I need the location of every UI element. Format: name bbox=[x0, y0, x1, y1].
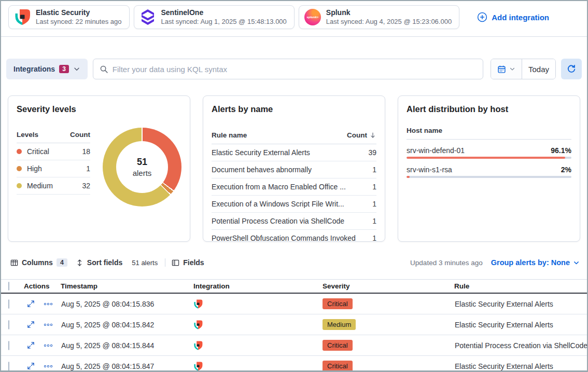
row-checkbox[interactable] bbox=[8, 299, 9, 309]
row-checkbox[interactable] bbox=[8, 341, 9, 350]
severity-levels-panel: Severity levels Levels Count Critical 1 bbox=[8, 95, 190, 242]
expand-icon bbox=[27, 321, 35, 328]
severity-badge: Critical bbox=[323, 340, 353, 351]
select-all-checkbox[interactable] bbox=[8, 282, 9, 291]
rule-count: 1 bbox=[372, 234, 376, 242]
severity-column-header: Severity bbox=[317, 282, 450, 290]
integration-last-synced: Last synced: 22 minutes ago bbox=[36, 18, 122, 26]
today-button[interactable]: Today bbox=[522, 59, 555, 79]
alerts-by-name-row: Elastic Security External Alerts 39 bbox=[212, 144, 376, 161]
rule-column-header: Rule bbox=[450, 282, 587, 290]
elastic-security-integration-icon bbox=[193, 341, 203, 350]
expand-alert-button[interactable] bbox=[22, 319, 39, 330]
expand-icon bbox=[27, 362, 35, 370]
more-actions-button[interactable] bbox=[39, 301, 57, 307]
donut-total: 51 bbox=[137, 156, 147, 168]
integration-card-elastic-security[interactable]: Elastic Security Last synced: 22 minutes… bbox=[8, 5, 130, 29]
more-actions-button[interactable] bbox=[39, 322, 57, 328]
integration-last-synced: Last synced: Aug 4, 2025 @ 15:23:06.000 bbox=[326, 18, 452, 26]
severity-dot-icon bbox=[17, 166, 22, 171]
severity-col-count: Count bbox=[70, 131, 90, 139]
rule-name: Potential Process Creation via ShellCode bbox=[212, 217, 344, 225]
integrations-count-badge: 3 bbox=[59, 65, 69, 73]
alert-row: Aug 5, 2025 @ 08:04:15.844 Critical Pote… bbox=[1, 335, 587, 356]
header-divider bbox=[1, 36, 587, 37]
sort-fields-label: Sort fields bbox=[87, 258, 122, 267]
kql-search-input[interactable] bbox=[113, 65, 477, 74]
kql-search-box bbox=[93, 59, 483, 79]
toolbar-divider bbox=[165, 258, 165, 267]
donut-center: 51 alerts bbox=[116, 141, 168, 193]
rule-count: 39 bbox=[368, 148, 376, 157]
refresh-button[interactable] bbox=[561, 59, 582, 79]
fields-icon bbox=[172, 259, 179, 267]
columns-label: Columns bbox=[22, 258, 53, 267]
host-name-column-header: Host name bbox=[407, 127, 571, 140]
sort-fields-button[interactable]: Sort fields bbox=[74, 258, 124, 267]
expand-alert-button[interactable] bbox=[22, 298, 39, 310]
host-bar-fill bbox=[407, 157, 565, 159]
columns-icon bbox=[10, 259, 18, 267]
elastic-security-integration-icon bbox=[193, 320, 203, 329]
severity-col-levels: Levels bbox=[17, 131, 38, 139]
host-name: srv-win-s1-rsa bbox=[407, 166, 452, 174]
alert-rule-name: Potential Process Creation via ShellCode bbox=[450, 341, 587, 350]
alert-count-text: 51 alerts bbox=[132, 259, 158, 267]
alert-rule-name: Elastic Security External Alerts bbox=[450, 300, 587, 308]
host-percentage: 2% bbox=[561, 166, 571, 174]
severity-badge: Critical bbox=[323, 361, 353, 371]
integration-card-splunk[interactable]: splunk> Splunk Last synced: Aug 4, 2025 … bbox=[299, 5, 459, 29]
severity-level-row: High 1 bbox=[17, 160, 90, 177]
date-picker-button[interactable] bbox=[491, 59, 522, 79]
integrations-filter-button[interactable]: Integrations 3 bbox=[6, 59, 88, 79]
severity-dot-icon bbox=[17, 149, 22, 154]
host-bar-track bbox=[407, 176, 571, 178]
more-actions-button[interactable] bbox=[39, 363, 57, 369]
alerts-by-name-row: Potential Process Creation via ShellCode… bbox=[212, 213, 376, 230]
today-label: Today bbox=[528, 65, 549, 74]
rule-count: 1 bbox=[372, 183, 376, 191]
refresh-icon bbox=[567, 64, 576, 74]
alert-timestamp: Aug 5, 2025 @ 08:04:15.842 bbox=[57, 321, 187, 329]
row-checkbox[interactable] bbox=[8, 320, 9, 329]
plus-circle-icon bbox=[477, 12, 487, 22]
rule-count: 1 bbox=[372, 200, 376, 208]
host-row: srv-win-s1-rsa 2% bbox=[407, 166, 571, 178]
alerts-by-name-panel: Alerts by name Rule name Count Elastic S… bbox=[203, 95, 385, 242]
chevron-down-icon bbox=[509, 66, 515, 72]
integration-cards-bar: Elastic Security Last synced: 22 minutes… bbox=[1, 1, 587, 29]
severity-level-row: Critical 18 bbox=[17, 143, 90, 160]
add-integration-label: Add integration bbox=[492, 13, 549, 22]
summary-panels: Severity levels Levels Count Critical 1 bbox=[8, 95, 580, 242]
group-alerts-by-label: Group alerts by: None bbox=[491, 258, 570, 267]
alert-timestamp: Aug 5, 2025 @ 08:04:15.844 bbox=[57, 341, 187, 350]
alert-rule-name: Elastic Security External Alerts bbox=[450, 362, 587, 370]
alerts-table-header: Actions Timestamp Integration Severity R… bbox=[1, 279, 587, 294]
host-row: srv-win-defend-01 96.1% bbox=[407, 146, 571, 159]
actions-column-header: Actions bbox=[22, 282, 57, 290]
row-checkbox[interactable] bbox=[8, 362, 9, 371]
alerts-table-body: Aug 5, 2025 @ 08:04:15.836 Critical Elas… bbox=[1, 294, 587, 372]
count-column-header[interactable]: Count bbox=[347, 131, 376, 139]
more-actions-button[interactable] bbox=[39, 342, 57, 349]
group-alerts-by-button[interactable]: Group alerts by: None bbox=[491, 258, 580, 267]
more-actions-icon bbox=[44, 365, 52, 367]
rule-name: Execution from a Macro Enabled Office ..… bbox=[212, 183, 346, 191]
fields-button[interactable]: Fields bbox=[170, 258, 206, 267]
columns-button[interactable]: Columns 4 bbox=[8, 258, 69, 267]
integration-card-sentinelone[interactable]: SentinelOne Last synced: Aug 1, 2025 @ 1… bbox=[134, 5, 295, 29]
date-picker-group: Today bbox=[491, 59, 556, 79]
alert-timestamp: Aug 5, 2025 @ 08:04:15.836 bbox=[57, 300, 187, 308]
timestamp-column-header: Timestamp bbox=[57, 282, 187, 290]
host-name: srv-win-defend-01 bbox=[407, 146, 465, 155]
add-integration-button[interactable]: Add integration bbox=[477, 12, 549, 22]
rule-name-column-header: Rule name bbox=[212, 131, 247, 139]
alert-row: Aug 5, 2025 @ 08:04:15.836 Critical Elas… bbox=[1, 294, 587, 314]
expand-alert-button[interactable] bbox=[22, 339, 39, 351]
expand-icon bbox=[27, 341, 35, 349]
more-actions-icon bbox=[44, 303, 52, 305]
expand-alert-button[interactable] bbox=[22, 360, 39, 372]
integration-column-header: Integration bbox=[187, 282, 317, 290]
rule-name: Elastic Security External Alerts bbox=[212, 148, 310, 157]
severity-badge: Medium bbox=[323, 319, 356, 330]
